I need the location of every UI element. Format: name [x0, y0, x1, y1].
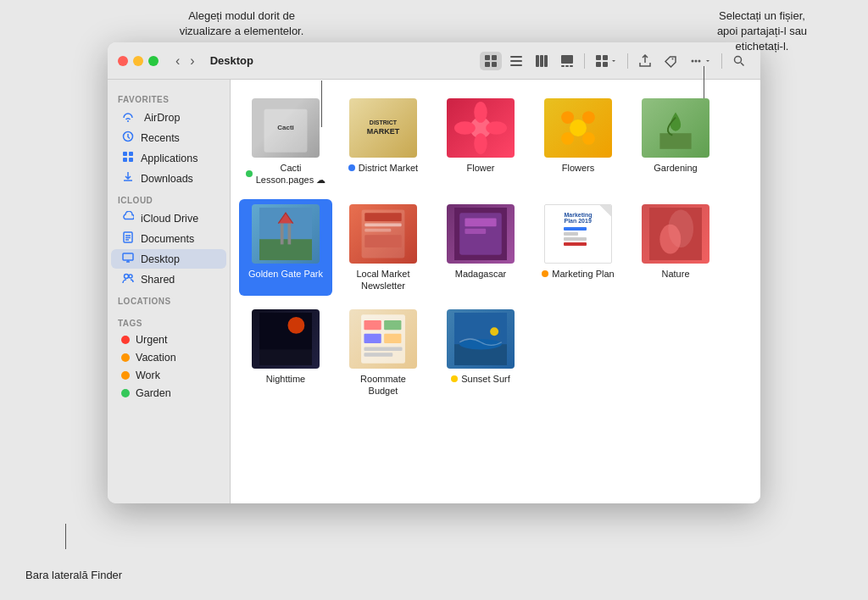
svg-rect-10	[561, 55, 573, 64]
callout-line-left	[321, 81, 322, 127]
svg-point-20	[695, 59, 698, 62]
file-item-roommate[interactable]: RoommateBudget	[337, 304, 430, 402]
svg-rect-65	[364, 320, 381, 330]
svg-point-38	[486, 121, 507, 135]
svg-rect-25	[123, 152, 127, 156]
svg-rect-53	[364, 235, 401, 247]
file-name-row-flowers: Flowers	[562, 162, 595, 174]
file-item-local-market[interactable]: Local MarketNewsletter	[337, 199, 430, 297]
view-gallery-button[interactable]	[556, 52, 578, 70]
svg-point-21	[698, 59, 701, 62]
back-button[interactable]: ‹	[172, 52, 183, 70]
district-dot	[348, 164, 355, 171]
svg-rect-30	[123, 253, 133, 260]
sidebar-item-desktop[interactable]: Desktop	[111, 249, 226, 269]
svg-point-37	[454, 121, 476, 135]
gg-name: Golden Gate Park	[248, 268, 323, 280]
file-item-madagascar[interactable]: Madagascar	[434, 199, 527, 297]
vacation-dot	[121, 353, 130, 362]
group-button[interactable]	[591, 52, 621, 70]
sidebar: Favorites AirDrop Recents Applications	[108, 80, 231, 503]
nighttime-name: Nighttime	[266, 373, 305, 385]
svg-rect-12	[565, 65, 569, 67]
file-item-flowers[interactable]: Flowers	[531, 93, 625, 191]
marketing-name: Marketing Plan	[552, 268, 614, 280]
sidebar-item-airdrop[interactable]: AirDrop	[111, 108, 226, 127]
file-thumbnail-sunset	[447, 309, 515, 369]
vacation-label: Vacation	[136, 352, 176, 364]
svg-point-18	[672, 58, 674, 59]
file-item-cacti[interactable]: Cacti CactiLesson.pages ☁	[239, 93, 332, 191]
view-list-button[interactable]	[505, 52, 527, 70]
file-item-nature[interactable]: Nature	[629, 199, 722, 297]
svg-rect-47	[281, 223, 284, 244]
file-name-row-district: District Market	[348, 162, 418, 174]
nav-buttons: ‹ ›	[172, 52, 198, 70]
forward-button[interactable]: ›	[186, 52, 198, 70]
maximize-button[interactable]	[148, 56, 159, 66]
recents-icon	[121, 131, 135, 145]
svg-rect-27	[123, 158, 127, 162]
file-thumbnail-nature	[642, 204, 709, 264]
svg-rect-57	[465, 228, 486, 233]
svg-rect-70	[364, 353, 392, 358]
sidebar-item-urgent[interactable]: Urgent	[111, 331, 226, 348]
icloud-drive-icon	[121, 211, 135, 225]
svg-point-74	[490, 328, 498, 336]
sidebar-item-shared[interactable]: Shared	[111, 269, 226, 289]
svg-rect-66	[384, 320, 401, 330]
svg-point-39	[570, 119, 587, 136]
sidebar-item-garden[interactable]: Garden	[111, 385, 226, 402]
minimize-button[interactable]	[133, 56, 143, 66]
district-name: District Market	[359, 162, 418, 174]
file-item-sunset[interactable]: Sunset Surf	[434, 304, 527, 402]
sidebar-item-applications[interactable]: Applications	[111, 148, 226, 168]
file-item-flower[interactable]: Flower	[434, 93, 527, 191]
share-button[interactable]	[634, 52, 656, 70]
file-item-district[interactable]: DISTRICT MARKET District Market	[337, 93, 430, 191]
sidebar-item-icloud-drive[interactable]: iCloud Drive	[111, 208, 226, 228]
documents-label: Documents	[141, 233, 194, 245]
svg-rect-4	[510, 56, 522, 58]
file-item-nighttime[interactable]: Nighttime	[239, 304, 332, 402]
file-item-marketing[interactable]: MarketingPlan 2019 Marketing Plan	[531, 199, 625, 297]
svg-point-40	[561, 111, 574, 124]
icloud-drive-label: iCloud Drive	[141, 213, 198, 225]
view-grid-button[interactable]	[480, 52, 502, 70]
sidebar-item-documents[interactable]: Documents	[111, 229, 226, 248]
svg-rect-9	[544, 55, 548, 67]
file-thumbnail-madagascar	[447, 204, 515, 264]
sidebar-item-work[interactable]: Work	[111, 367, 226, 384]
toolbar-divider-2	[627, 53, 628, 69]
applications-label: Applications	[141, 153, 198, 164]
svg-rect-16	[596, 62, 601, 67]
flowers-name: Flowers	[562, 162, 595, 174]
svg-rect-15	[603, 55, 608, 60]
sidebar-item-recents[interactable]: Recents	[111, 128, 226, 147]
file-item-gardening[interactable]: Gardening	[629, 93, 722, 191]
svg-rect-26	[129, 152, 133, 156]
callout-line-bottom	[65, 524, 66, 549]
file-name-row-gg: Golden Gate Park	[248, 268, 323, 280]
svg-point-31	[125, 275, 129, 279]
sidebar-item-vacation[interactable]: Vacation	[111, 349, 226, 366]
file-name-row-roommate: RoommateBudget	[360, 373, 406, 397]
work-label: Work	[136, 369, 160, 381]
close-button[interactable]	[118, 56, 128, 66]
tag-button[interactable]	[659, 52, 682, 70]
toolbar-divider-3	[721, 53, 722, 69]
file-name-row-nature: Nature	[661, 268, 689, 280]
title-bar: ‹ › Desktop	[108, 42, 760, 80]
shared-label: Shared	[141, 274, 175, 286]
finder-window: ‹ › Desktop	[108, 42, 760, 503]
file-thumbnail-flower	[447, 98, 515, 158]
sidebar-item-downloads[interactable]: Downloads	[111, 169, 226, 188]
svg-rect-68	[384, 334, 401, 343]
svg-point-43	[582, 132, 595, 145]
flower-name: Flower	[466, 162, 494, 174]
file-item-gg-park[interactable]: Golden Gate Park	[239, 199, 332, 297]
toolbar-divider-1	[584, 53, 585, 69]
view-columns-button[interactable]	[531, 52, 553, 70]
work-dot	[121, 371, 130, 380]
svg-point-22	[735, 56, 742, 63]
